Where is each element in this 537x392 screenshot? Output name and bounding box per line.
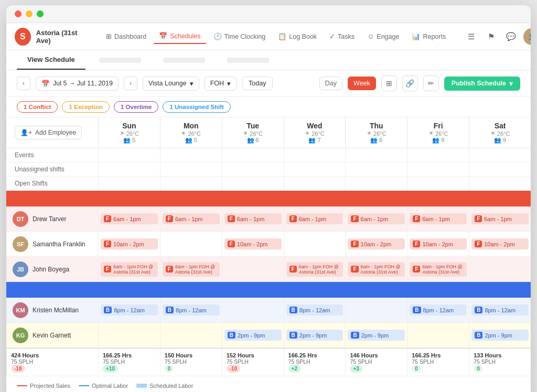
chart-area: Projected Sales Optimal Labor Scheduled … bbox=[6, 376, 531, 392]
hamburger-button[interactable]: ☰ bbox=[464, 29, 478, 44]
minimize-dot[interactable] bbox=[26, 10, 33, 17]
tab-placeholder-2 bbox=[163, 58, 205, 63]
maximize-dot[interactable] bbox=[37, 10, 44, 17]
shift-sam-sat[interactable]: F10am - 2pm bbox=[469, 232, 531, 256]
employee-cell-kevin: KG Kevin Garnett bbox=[6, 323, 98, 347]
edit-button[interactable]: ✏ bbox=[423, 75, 439, 91]
day-header-mon: Mon ☀ 26°C 👥 5 bbox=[160, 117, 222, 148]
tasks-icon: ✓ bbox=[329, 32, 335, 40]
shift-sam-wed[interactable] bbox=[284, 232, 346, 256]
dept-filter-dropdown[interactable]: FOH ▾ bbox=[205, 77, 237, 91]
shift-drew-tue[interactable]: F6am - 1pm bbox=[222, 206, 284, 231]
shift-sam-thu[interactable]: F10am - 2pm bbox=[345, 232, 407, 256]
prev-week-button[interactable]: ‹ bbox=[17, 77, 30, 90]
day-name-sat: Sat bbox=[472, 122, 528, 130]
shift-kristen-fri[interactable]: B8pm - 12am bbox=[407, 298, 469, 322]
shift-sam-tue[interactable]: F10am - 2pm bbox=[222, 232, 284, 256]
shift-john-sat[interactable] bbox=[469, 257, 531, 281]
today-button[interactable]: Today bbox=[242, 77, 273, 90]
chat-button[interactable]: 💬 bbox=[503, 29, 518, 44]
day-weather-wed: ☀ 26°C bbox=[287, 130, 342, 137]
sun-icon-fri: ☀ bbox=[428, 130, 434, 137]
publish-label: Publish Schedule bbox=[452, 80, 506, 87]
unassigned-shift-badge[interactable]: 1 Unassigned Shift bbox=[163, 101, 231, 113]
optimal-labor-line bbox=[79, 385, 89, 386]
overtime-badge[interactable]: 1 Overtime bbox=[114, 101, 158, 113]
boh-dept-header bbox=[6, 282, 531, 298]
sun-icon-tue: ☀ bbox=[243, 130, 248, 137]
shift-john-thu[interactable]: F6am - 1pm FOH @ Astoria (31st Ave) bbox=[345, 257, 407, 281]
tab-view-schedule[interactable]: View Schedule bbox=[17, 50, 85, 70]
shift-kristen-wed[interactable]: B8pm - 12am bbox=[284, 298, 346, 322]
location-name[interactable]: Astoria (31st Ave) bbox=[36, 29, 88, 45]
shift-kevin-tue[interactable]: B2pm - 9pm bbox=[222, 323, 284, 347]
stats-tue: 152 Hours 75 SPLH -10 bbox=[222, 349, 284, 376]
nav-tasks[interactable]: ✓ Tasks bbox=[324, 29, 360, 43]
user-avatar[interactable]: 👤 bbox=[523, 28, 531, 45]
shift-drew-mon[interactable]: F6am - 1pm bbox=[160, 206, 222, 231]
exception-badge[interactable]: 1 Exception bbox=[62, 101, 110, 113]
main-header: S Astoria (31st Ave) ⊞ Dashboard 📅 Sched… bbox=[6, 23, 531, 50]
dept-filter-text: FOH bbox=[210, 80, 224, 87]
date-range-picker[interactable]: 📅 Jul 5 → Jul 11, 2019 bbox=[36, 77, 119, 91]
shift-drew-thu[interactable]: F6am - 1pm bbox=[345, 206, 407, 231]
shift-john-wed[interactable]: F6am - 1pm FOH @ Astoria (31st Ave) bbox=[284, 257, 346, 281]
shift-kristen-thu[interactable] bbox=[345, 298, 407, 322]
link-button[interactable]: 🔗 bbox=[402, 75, 418, 91]
nav-dashboard-label: Dashboard bbox=[114, 33, 146, 40]
nav-schedules[interactable]: 📅 Schedules bbox=[154, 29, 206, 44]
shift-john-tue[interactable] bbox=[222, 257, 284, 281]
shift-kevin-thu[interactable]: B2pm - 9pm bbox=[345, 323, 407, 347]
shift-kristen-sun[interactable]: B8pm - 12am bbox=[98, 298, 160, 322]
shift-kevin-fri[interactable] bbox=[407, 323, 469, 347]
shift-john-sun[interactable]: F6am - 1pm FOH @ Astoria (31st Ave) bbox=[98, 257, 160, 281]
shift-kevin-mon[interactable] bbox=[160, 323, 222, 347]
shift-kevin-sat[interactable]: B2pm - 9pm bbox=[469, 323, 531, 347]
open-shifts-label: Open Shifts bbox=[6, 177, 98, 190]
add-employee-button[interactable]: 👤+ Add Employee bbox=[15, 126, 82, 139]
flag-button[interactable]: ⚑ bbox=[484, 29, 498, 44]
shift-kevin-sun[interactable] bbox=[98, 323, 160, 347]
chevron-down-icon: ▾ bbox=[190, 80, 194, 88]
shift-drew-fri[interactable]: F6am - 1pm bbox=[407, 206, 469, 231]
shift-kevin-wed[interactable]: B2pm - 9pm bbox=[284, 323, 346, 347]
close-dot[interactable] bbox=[15, 10, 22, 17]
nav-timeclocking[interactable]: 🕐 Time Clocking bbox=[208, 29, 271, 43]
next-week-button[interactable]: › bbox=[124, 77, 137, 90]
conflict-badge[interactable]: 1 Conflict bbox=[17, 101, 58, 113]
nav-reports[interactable]: 📊 Reports bbox=[406, 29, 451, 43]
shift-sam-sun[interactable]: F10am - 2pm bbox=[98, 232, 160, 256]
logo-area: S Astoria (31st Ave) bbox=[15, 28, 88, 46]
sun-icon-mon: ☀ bbox=[181, 130, 186, 137]
shift-drew-sat[interactable]: F6am - 1pm bbox=[469, 206, 531, 231]
projected-sales-label: Projected Sales bbox=[30, 383, 70, 389]
shift-drew-wed[interactable]: F6am - 1pm bbox=[284, 206, 346, 231]
shift-sam-mon[interactable] bbox=[160, 232, 222, 256]
shift-john-mon[interactable]: F6am - 1pm FOH @ Astoria (31st Ave) bbox=[160, 257, 222, 281]
publish-chevron: ▾ bbox=[509, 80, 513, 88]
avatar-drew: DT bbox=[13, 211, 28, 227]
shift-kristen-mon[interactable]: B8pm - 12am bbox=[160, 298, 222, 322]
day-weather-fri: ☀ 26°C bbox=[411, 130, 466, 137]
shift-kristen-sat[interactable]: B8pm - 12am bbox=[469, 298, 531, 322]
nav-engage[interactable]: ☺ Engage bbox=[362, 29, 404, 43]
day-staff-sun: 👥 5 bbox=[102, 137, 157, 144]
shift-kristen-tue[interactable] bbox=[222, 298, 284, 322]
day-weather-thu: ☀ 26°C bbox=[349, 130, 404, 137]
overtime-badge-label: 1 Overtime bbox=[121, 104, 152, 110]
day-staff-sat: 👥 9 bbox=[472, 137, 528, 144]
day-staff-wed: 👥 7 bbox=[287, 137, 342, 144]
grid-header: 👤+ Add Employee Sun ☀ 26°C 👥 5 Mon ☀ bbox=[6, 117, 531, 148]
foh-label bbox=[6, 191, 531, 206]
week-view-button[interactable]: Week bbox=[348, 77, 376, 90]
nav-logbook[interactable]: 📋 Log Book bbox=[273, 29, 322, 43]
day-view-button[interactable]: Day bbox=[319, 77, 342, 90]
shift-sam-fri[interactable]: F10am - 2pm bbox=[407, 232, 469, 256]
shift-john-fri[interactable]: F6am - 1pm FOH @ Astoria (31st Ave) bbox=[407, 257, 469, 281]
publish-schedule-button[interactable]: Publish Schedule ▾ bbox=[444, 77, 520, 91]
location-filter-dropdown[interactable]: Vista Lounge ▾ bbox=[143, 77, 199, 91]
events-label: Events bbox=[6, 148, 98, 162]
nav-dashboard[interactable]: ⊞ Dashboard bbox=[101, 29, 152, 43]
grid-view-button[interactable]: ⊞ bbox=[381, 75, 397, 91]
shift-drew-sun[interactable]: F6am - 1pm bbox=[98, 206, 160, 231]
